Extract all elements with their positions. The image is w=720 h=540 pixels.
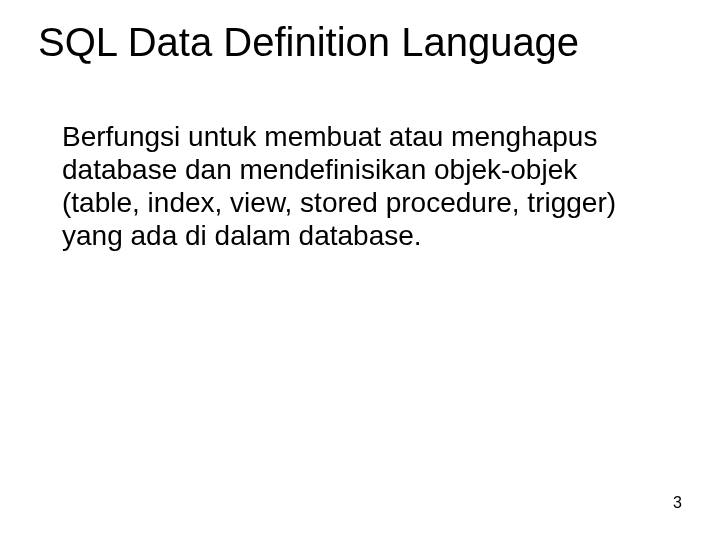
slide-title: SQL Data Definition Language (38, 20, 690, 64)
slide-body-text: Berfungsi untuk membuat atau menghapus d… (62, 120, 660, 252)
page-number: 3 (673, 494, 682, 512)
slide: SQL Data Definition Language Berfungsi u… (0, 0, 720, 540)
